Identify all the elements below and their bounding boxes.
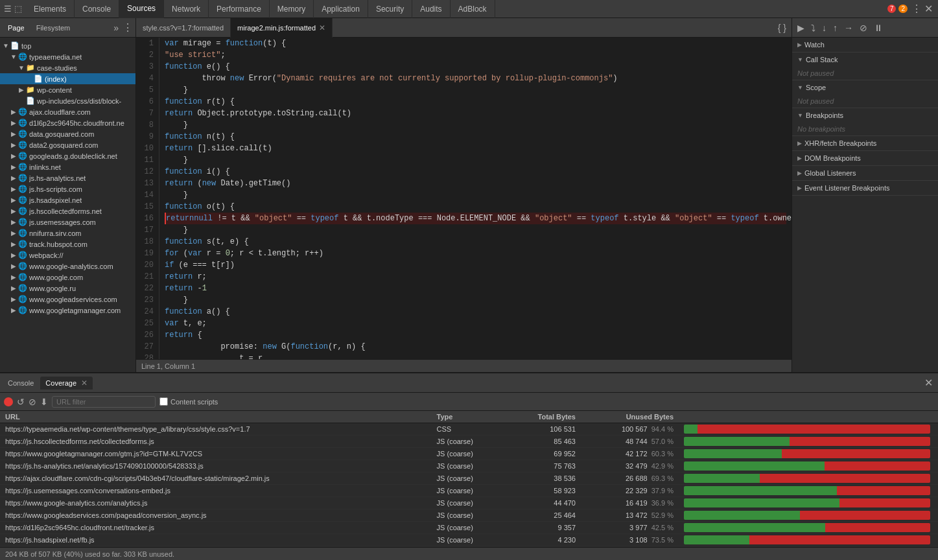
col-total[interactable]: Total Bytes	[505, 411, 581, 423]
tree-item[interactable]: 📄 (index)	[0, 73, 135, 84]
clear-icon[interactable]: ⊘	[29, 397, 36, 407]
watch-panel-header[interactable]: ▶ Watch	[792, 38, 938, 52]
col-unused[interactable]: Unused Bytes	[581, 411, 679, 423]
tree-item[interactable]: 📄 wp-includes/css/dist/block-	[0, 95, 135, 106]
coverage-table[interactable]: URL Type Total Bytes Unused Bytes https:…	[0, 411, 938, 547]
table-row[interactable]: https://www.googleadservices.com/pagead/…	[0, 509, 938, 522]
tree-item[interactable]: ▶ 🌐 js.hsadspixel.net	[0, 194, 135, 205]
tree-item[interactable]: ▶ 📁 wp-content	[0, 84, 135, 95]
tree-item[interactable]: ▶ 🌐 js.hs-analytics.net	[0, 172, 135, 183]
tree-item[interactable]: ▶ 🌐 www.googletagmanager.com	[0, 305, 135, 316]
code-tab-style[interactable]: style.css?v=1.7:formatted	[136, 18, 231, 38]
tree-item[interactable]: ▶ 🌐 track.hubspot.com	[0, 239, 135, 250]
sidebar-tab-filesystem[interactable]: Filesystem	[31, 22, 76, 34]
tree-item[interactable]: ▶ 🌐 d1l6p2sc9645hc.cloudfront.ne	[0, 117, 135, 128]
tree-item[interactable]: ▶ 🌐 ajax.cloudflare.com	[0, 106, 135, 117]
tab-network[interactable]: Network	[164, 0, 209, 18]
tab-console[interactable]: Console	[75, 0, 119, 18]
tab-audits[interactable]: Audits	[412, 0, 450, 18]
more-icon[interactable]: ⋮	[911, 3, 922, 15]
tree-item[interactable]: ▶ 🌐 js.usemessages.com	[0, 216, 135, 228]
table-row[interactable]: https://www.google-analytics.com/analyti…	[0, 497, 938, 509]
bottom-tab-console[interactable]: Console	[3, 377, 39, 389]
tree-item[interactable]: ▶ 🌐 googleads.g.doubleclick.net	[0, 150, 135, 161]
tree-item[interactable]: ▼ 🌐 typeaemedia.net	[0, 51, 135, 62]
close-coverage-icon[interactable]: ✕	[81, 379, 88, 388]
col-type[interactable]: Type	[432, 411, 505, 423]
tree-item[interactable]: ▼ 📄 top	[0, 40, 135, 51]
code-line: function o(t) {	[165, 201, 786, 213]
tree-item[interactable]: ▶ 🌐 inlinks.net	[0, 161, 135, 172]
tab-security[interactable]: Security	[368, 0, 412, 18]
record-button[interactable]	[4, 397, 13, 406]
table-row[interactable]: https://js.hsadspixel.net/fb.js JS (coar…	[0, 534, 938, 546]
close-tab-icon[interactable]: ✕	[319, 23, 325, 32]
pause-exceptions-btn[interactable]: ⏸	[871, 21, 885, 34]
sidebar-more-icon[interactable]: »	[113, 23, 119, 33]
table-row[interactable]: https://js.usemessages.com/conversations…	[0, 485, 938, 497]
table-row[interactable]: https://js.hscollectedforms.net/collecte…	[0, 436, 938, 448]
dom-breakpoints-header[interactable]: ▶ DOM Breakpoints	[792, 151, 938, 165]
tab-application[interactable]: Application	[314, 0, 368, 18]
tree-item[interactable]: ▶ 🌐 www.google-analytics.com	[0, 261, 135, 272]
code-area[interactable]: 1234567891011121314151617181920212223242…	[136, 38, 791, 359]
code-tab-mirage[interactable]: mirage2.min.js:formatted ✕	[231, 18, 333, 38]
step-into-btn[interactable]: ↓	[819, 21, 829, 34]
scope-panel-header[interactable]: ▼ Scope	[792, 80, 938, 95]
xhr-arrow-icon: ▶	[797, 140, 802, 146]
bar-cell	[679, 509, 938, 522]
event-listener-header[interactable]: ▶ Event Listener Breakpoints	[792, 181, 938, 195]
devtools-menu-icon[interactable]: ☰	[4, 4, 12, 14]
resume-btn[interactable]: ▶	[795, 21, 807, 34]
content-scripts-checkbox[interactable]	[159, 397, 168, 406]
deactivate-breakpoints-btn[interactable]: ⊘	[857, 21, 870, 34]
url-filter-input[interactable]	[52, 396, 156, 408]
tab-adblock[interactable]: AdBlock	[451, 0, 495, 18]
tree-item[interactable]: ▶ 🌐 data.gosquared.com	[0, 128, 135, 139]
table-row[interactable]: https://js.hs-analytics.net/analytics/15…	[0, 460, 938, 472]
event-listener-label: Event Listener Breakpoints	[804, 184, 889, 192]
format-icon[interactable]: { }	[775, 21, 789, 34]
step-out-btn[interactable]: ↑	[830, 21, 840, 34]
tab-memory[interactable]: Memory	[270, 0, 314, 18]
tab-elements[interactable]: Elements	[26, 0, 75, 18]
call-stack-panel-header[interactable]: ▼ Call Stack	[792, 52, 938, 67]
tree-item[interactable]: ▶ 🌐 js.hs-scripts.com	[0, 183, 135, 194]
tree-item[interactable]: ▶ 🌐 nnifurra.sirv.com	[0, 228, 135, 239]
global-listeners-header[interactable]: ▶ Global Listeners	[792, 166, 938, 180]
col-url[interactable]: URL	[0, 411, 432, 423]
tab-performance[interactable]: Performance	[209, 0, 270, 18]
export-icon[interactable]: ⬇	[40, 397, 48, 407]
dock-icon[interactable]: ⬚	[14, 4, 22, 14]
bottom-tab-coverage[interactable]: Coverage ✕	[40, 377, 93, 390]
right-toolbar: ▶ ⤵ ↓ ↑ → ⊘ ⏸	[792, 18, 938, 38]
step-over-btn[interactable]: ⤵	[808, 21, 818, 34]
sidebar-tab-page[interactable]: Page	[3, 22, 30, 34]
tree-item[interactable]: ▶ 🌐 js.hscollectedforms.net	[0, 205, 135, 216]
tree-item[interactable]: ▶ 🌐 www.googleadservices.com	[0, 294, 135, 305]
tree-item[interactable]: ▶ 🌐 webpack://	[0, 250, 135, 261]
reload-icon[interactable]: ↺	[17, 397, 25, 407]
tree-item[interactable]: ▶ 🌐 data2.gosquared.com	[0, 139, 135, 150]
step-btn[interactable]: →	[841, 21, 856, 34]
breakpoints-panel-header[interactable]: ▼ Breakpoints	[792, 108, 938, 122]
code-content[interactable]: var mirage = function(t) { "use strict";…	[159, 38, 791, 359]
keyword: return	[165, 178, 193, 189]
table-row[interactable]: https://www.googletagmanager.com/gtm.js?…	[0, 448, 938, 460]
table-row[interactable]: https://ajax.cloudflare.com/cdn-cgi/scri…	[0, 472, 938, 485]
xhr-breakpoints-header[interactable]: ▶ XHR/fetch Breakpoints	[792, 136, 938, 150]
close-bottom-panel-icon[interactable]: ✕	[922, 377, 935, 389]
sidebar-kebab-icon[interactable]: ⋮	[123, 21, 133, 34]
tree-item[interactable]: ▶ 🌐 www.google.ru	[0, 283, 135, 294]
content-scripts-label[interactable]: Content scripts	[159, 397, 218, 406]
table-row[interactable]: https://typeaemedia.net/wp-content/theme…	[0, 423, 938, 436]
code-line: if (e === t[r])	[165, 259, 786, 271]
tree-item[interactable]: ▼ 📁 case-studies	[0, 62, 135, 73]
table-row[interactable]: https://d1l6p2sc9645hc.cloudfront.net/tr…	[0, 522, 938, 534]
tree-label: googleads.g.doubleclick.net	[29, 152, 117, 160]
coverage-tbody: https://typeaemedia.net/wp-content/theme…	[0, 423, 938, 546]
tab-sources[interactable]: Sources	[119, 0, 164, 18]
breakpoints-arrow-icon: ▼	[797, 112, 803, 119]
tree-item[interactable]: ▶ 🌐 www.google.com	[0, 272, 135, 283]
close-icon[interactable]: ✕	[924, 3, 933, 15]
